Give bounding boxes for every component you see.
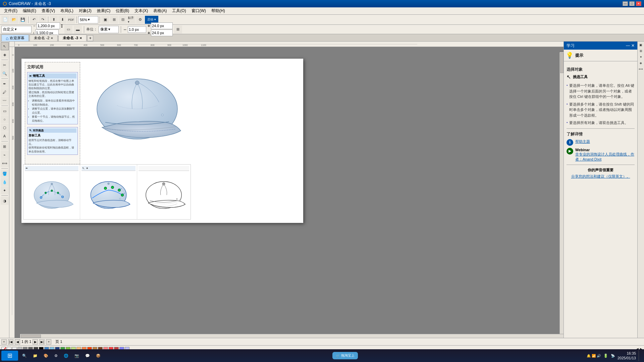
tab-close2[interactable]: ✕ [79,37,82,40]
maximize-button[interactable]: □ [629,1,635,6]
freehand-btn[interactable]: ✒ [1,80,9,88]
preset-dropdown[interactable]: 自定义 ▾ [1,26,32,33]
polygon-btn[interactable]: ⬡ [1,124,9,132]
svg-text:200: 200 [50,44,54,46]
menu-object[interactable]: 对象(J) [76,7,94,14]
view-btn1[interactable]: ▣ [101,16,109,24]
menu-bitmap[interactable]: 位图(B) [113,7,132,14]
scroll-thumb-v[interactable] [560,53,564,73]
taskbar-app4[interactable]: 📷 [72,350,82,361]
dock-icon3[interactable]: ✦ [638,54,644,60]
nudge-input[interactable] [128,26,146,33]
menu-view[interactable]: 查看(V) [39,7,58,14]
page-nav-next-end[interactable]: ▶| [39,339,45,345]
menu-layout[interactable]: 布局(L) [58,7,76,14]
interactive-btn[interactable]: ✦ [1,186,9,194]
menu-text[interactable]: 文本(X) [132,7,151,14]
y-input[interactable] [151,29,173,36]
dimension-btn[interactable]: ⟺ [1,159,9,167]
menu-edit[interactable]: 编辑(E) [20,7,39,14]
settings-btn[interactable]: ⚙ [136,16,144,24]
webinar-link[interactable]: 非专业的润饰设计人员处理曲线，作者：Anand Dixit [575,152,635,162]
taskbar-app5[interactable]: 💬 [83,350,93,361]
rect-btn[interactable]: ▭ [1,107,9,115]
page-nav-next[interactable]: ▶ [33,339,38,345]
tab-doc2[interactable]: 未命名 -3 ✕ [58,35,87,41]
snap-btn[interactable]: 贴齐▾ [127,16,136,24]
panel-minimize-icon[interactable]: — [626,43,630,48]
dock-icon4[interactable]: ◈ [638,60,644,66]
taskbar-app6[interactable]: 📦 [93,350,103,361]
show-desktop-btn[interactable] [639,350,643,361]
feedback-link[interactable]: 分享您的想法和建议（仅限英文）。 [567,174,635,179]
page-nav-prev-start[interactable]: |◀ [8,339,13,345]
network-icon: 📡 [611,354,615,358]
minimize-button[interactable]: — [623,1,628,6]
menu-file[interactable]: 文件(E) [1,7,20,14]
svg-text:1000: 1000 [182,44,188,46]
tip3-text: 要选择所有对象，请双击挑选工具。 [569,120,628,126]
panel-close-icon[interactable]: ✕ [631,43,635,48]
document-canvas[interactable]: 立即试用 ✒ 钢笔工具 钢笔和铅笔线段，然后在整个绘图上单击以建立节点，以此在画… [15,47,564,338]
taskbar-app2[interactable]: ⚙ [52,350,60,361]
zoom-tool-btn[interactable]: 🔍 [1,69,9,77]
close-button[interactable]: ✕ [636,1,641,6]
width-spinners[interactable]: ▲ ▼ [61,23,63,28]
menu-help[interactable]: 帮助(H) [209,7,228,14]
tencent-btn[interactable]: 🛒 拖淘宝上 [332,352,358,359]
open-file-btn[interactable]: 📂 [10,16,18,24]
tab-doc1[interactable]: 未命名 -2 ✕ [30,35,58,41]
scroll-bar-horizontal[interactable] [20,334,564,338]
fill-btn[interactable]: 🪣 [1,170,9,178]
menu-tools[interactable]: 工具(O) [169,7,189,14]
portrait-btn[interactable]: ▭ [64,25,72,34]
transform-btn[interactable]: ⊞ [174,25,182,34]
taskbar-app3[interactable]: 🌐 [61,350,71,361]
tip1-row: • 要选择一个对象，请单击它。按住 Alt 键选择一个对象后面的另一个对象，或者… [567,83,635,100]
help-topic-link[interactable]: 帮助主题 [575,139,590,144]
view-btn3[interactable]: ⊟ [119,16,127,24]
tab-add-button[interactable]: + [87,35,93,41]
page-nav-add2[interactable]: + [46,339,51,345]
scroll-thumb-h[interactable] [21,335,41,338]
pdf-btn[interactable]: PDF [67,16,75,24]
taskbar-app1[interactable]: 🎨 [41,350,51,361]
scroll-bar-vertical[interactable] [559,52,564,334]
page-nav-prev[interactable]: ◀ [15,339,20,345]
transparency-btn[interactable]: ◑ [1,197,9,205]
view-btn2[interactable]: ⊞ [110,16,118,24]
dock-icon2[interactable]: ⊞ [638,48,644,54]
start-button[interactable]: ⊞ [1,351,18,361]
ellipse-btn[interactable]: ○ [1,115,9,123]
tab-welcome[interactable]: ⌂ 欢迎屏幕 [1,35,29,41]
connector-btn[interactable]: ⌁ [1,151,9,159]
taskbar-file-explorer[interactable]: 📁 [30,350,40,361]
text-btn[interactable]: A [1,132,9,140]
width-input[interactable] [37,22,60,29]
thumbnails-section: ✒ [23,164,191,220]
menu-table[interactable]: 表格(A) [151,7,169,14]
dock-icon1[interactable]: ▣ [638,42,644,48]
landscape-btn[interactable]: ▬ [74,25,82,34]
crop-tool-btn[interactable]: ✂ [1,61,9,69]
select-tool-btn[interactable]: ↖ [1,42,9,50]
taskbar-search[interactable]: 🔍 [19,350,30,361]
pen-btn[interactable]: 🖊 [1,88,9,96]
taskbar-clock[interactable]: 16:35 2025/01/13 [618,351,636,361]
unit-dropdown[interactable]: 像素 ▾ [99,26,119,33]
artistic-btn[interactable]: 〰 [1,97,9,105]
menu-effects[interactable]: 效果(C) [94,7,113,14]
shape-tool-header: ↖ 对齐挑选 [29,128,76,133]
shape-tool-btn[interactable]: ◈ [1,51,9,59]
page-nav-add[interactable]: + [1,339,7,345]
zoom-dropdown[interactable]: 56% ▾ [78,16,98,23]
canvas-area[interactable]: 0 100 200 300 400 500 600 700 800 900 10… [9,42,564,338]
dock-icon5[interactable]: ⟺ [638,66,644,72]
x-input[interactable] [151,22,173,29]
table-btn[interactable]: ⊞ [1,142,9,150]
new-file-btn[interactable]: 📄 [1,16,9,24]
tab-close1[interactable]: ✕ [51,37,53,40]
save-btn[interactable]: 💾 [19,16,27,24]
eyedropper-btn[interactable]: 💧 [1,178,9,186]
menu-window[interactable]: 窗口(W) [189,7,209,14]
